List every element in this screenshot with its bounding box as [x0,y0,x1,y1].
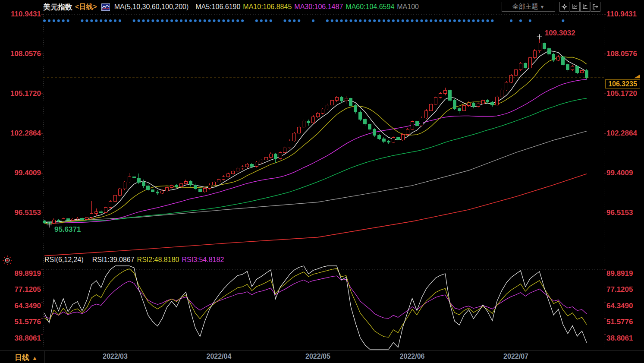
crosshair-icon [561,3,568,10]
current-price-label: 106.3235 [605,79,640,88]
rsi-value: RSI3:54.8182 [182,256,224,263]
jump-latest-icon [592,3,599,10]
theme-dropdown-label: 全部主题 [512,3,538,11]
high-annotation: 109.3032 [545,29,575,38]
crosshair-icon-button[interactable] [559,2,569,12]
ma-value: MA60:104.6594 [346,3,394,10]
rsi-lines-layer [44,266,587,349]
ma-value: MA10:106.8845 [243,3,292,10]
candles-layer [43,37,588,225]
signal-dots-layer [43,19,564,22]
symbol-title: 美元指数 [43,2,72,12]
axis-scale-right-icon [582,3,588,10]
chart-type-icon [101,3,110,11]
ma-value: MA30:106.1487 [294,3,343,10]
ma-value: MA100 [397,3,419,10]
rsi-settings-label: RSI(6,12,24) [44,256,84,264]
rsi-value: RSI1:39.0867 [92,256,135,263]
period-tag: <日线> [75,3,97,12]
timeframe-selector[interactable]: 日线▲ [15,353,38,363]
axis-scale-left-button[interactable] [570,2,580,12]
rsi-header: RSI(6,12,24) RSI1:39.0867RSI2:48.8180RSI… [44,256,224,264]
alert-icon [2,255,13,265]
header-bar: 美元指数 <日线> MA(5,10,30,60,100,200) MA5:106… [43,2,419,12]
triangle-up-icon: ▲ [32,355,38,361]
low-annotation: 95.6371 [54,225,81,234]
theme-dropdown[interactable]: 全部主题 ▼ [502,2,555,12]
ma-value: MA5:106.6190 [195,3,240,10]
price-line-handle [634,74,640,78]
axis-scale-left-icon [572,3,578,10]
ma-values: MA5:106.6190MA10:106.8845MA30:106.1487MA… [193,3,419,11]
ma-settings-label: MA(5,10,30,60,100,200) [114,3,189,11]
jump-latest-button[interactable] [591,2,600,12]
chevron-down-icon: ▼ [540,4,545,9]
rsi-values: RSI1:39.0867RSI2:48.8180RSI3:54.8182 [90,256,224,264]
rsi-value: RSI2:48.8180 [137,256,179,263]
axis-scale-right-button[interactable] [580,2,590,12]
timeframe-label: 日线 [15,354,29,362]
ma-lines-layer [44,51,587,256]
